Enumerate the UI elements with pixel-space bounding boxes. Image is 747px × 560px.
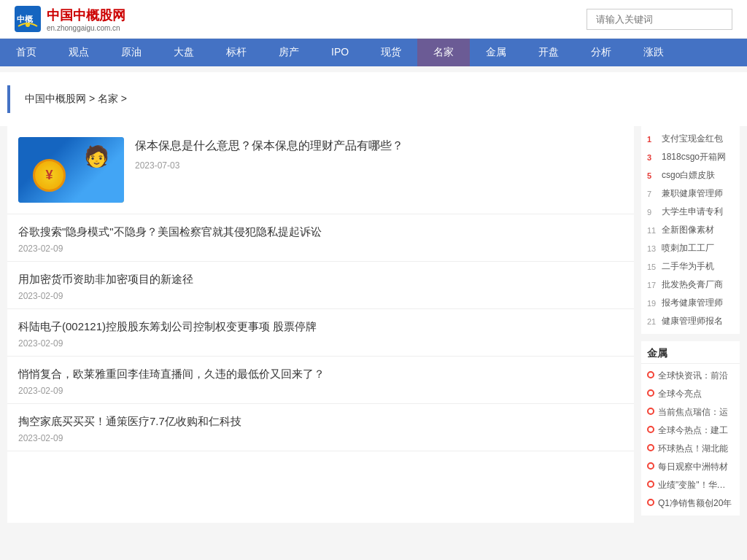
article-featured-link[interactable]: 保本保息是什么意思？保本保息的理财产品有哪些？ [135,139,403,152]
metals-title: 金属 [641,341,740,364]
rank-text: csgo白嫖皮肤 [662,169,715,182]
rank-number: 5 [647,171,662,180]
rank-item[interactable]: 15二手华为手机 [641,257,740,276]
nav-item-kaipan[interactable]: 开盘 [522,39,575,66]
article-featured-body: 保本保息是什么意思？保本保息的理财产品有哪些？ 2023-07-03 [135,137,623,171]
nav-item-guandian[interactable]: 观点 [53,39,105,66]
search-input[interactable] [587,9,732,30]
nav-item-fangchan[interactable]: 房产 [263,39,315,66]
article-item: 科陆电子(002121)控股股东筹划公司控制权变更事项 股票停牌 2023-02… [7,309,634,357]
nav-item-jinshu[interactable]: 金属 [470,39,522,66]
rank-text: 支付宝现金红包 [662,133,723,145]
sidebar-metals-section: 金属 全球快资讯：前沿全球今亮点当前焦点瑞信：运全球今热点：建工环球热点！湖北能… [641,341,740,516]
breadcrumb: 中国中概股网 > 名家 > [7,85,740,113]
article-item: 用加密货币资助非加密项目的新途径 2023-02-09 [7,262,634,309]
content-area: ¥ 🧑 保本保息是什么意思？保本保息的理财产品有哪些？ 2023-07-03 谷… [7,126,634,523]
metal-item[interactable]: 全球今亮点 [641,385,740,403]
rank-number: 17 [647,281,662,289]
sidebar: 1支付宝现金红包31818csgo开箱网5csgo白嫖皮肤7兼职健康管理师9大学… [641,126,740,523]
logo-text-area: 中国中概股网 en.zhonggaigu.com.cn [47,7,125,32]
article-date: 2023-02-09 [18,244,623,254]
rank-text: 二手华为手机 [662,260,714,273]
svg-text:中概: 中概 [17,15,34,23]
logo-url: en.zhonggaigu.com.cn [47,24,125,32]
rank-number: 7 [647,190,662,198]
metal-dot-icon [647,481,654,488]
article-title: 用加密货币资助非加密项目的新途径 [18,273,623,287]
thumb-figure-icon: 🧑 [84,144,109,168]
logo-icon: 中概 [15,6,41,32]
metal-dot-icon [647,371,654,378]
metal-text: 每日观察中洲特材 [658,461,728,473]
metal-item[interactable]: 每日观察中洲特材 [641,458,740,476]
rank-number: 19 [647,299,662,308]
metal-text: 当前焦点瑞信：运 [658,406,728,419]
rank-item[interactable]: 21健康管理师报名 [641,312,740,330]
article-title: 悄悄复合，欧莱雅重回李佳琦直播间，久违的最低价又回来了？ [18,368,623,381]
metal-item[interactable]: Q1净销售额创20年 [641,494,740,513]
nav-item-biaoqian[interactable]: 标杆 [210,39,263,66]
rank-item[interactable]: 17批发热灸膏厂商 [641,276,740,294]
metal-dot-icon [647,499,654,506]
rank-text: 喷刺加工工厂 [662,242,714,254]
rank-item[interactable]: 1支付宝现金红包 [641,130,740,148]
metal-text: 业绩"变脸"！华谊元 [658,479,734,491]
metal-item[interactable]: 全球快资讯：前沿 [641,367,740,385]
rank-item[interactable]: 5csgo白嫖皮肤 [641,166,740,184]
rank-item[interactable]: 19报考健康管理师 [641,294,740,312]
svg-point-2 [26,23,30,27]
article-date: 2023-02-09 [18,338,623,349]
article-featured-date: 2023-07-03 [135,160,623,171]
rank-number: 15 [647,262,662,271]
thumb-coin-icon: ¥ [33,159,66,192]
article-featured: ¥ 🧑 保本保息是什么意思？保本保息的理财产品有哪些？ 2023-07-03 [7,126,634,214]
metal-text: 全球今亮点 [658,388,702,400]
nav-item-dapan[interactable]: 大盘 [158,39,210,66]
article-link[interactable]: 悄悄复合，欧莱雅重回李佳琦直播间，久违的最低价又回来了？ [18,368,325,380]
rank-list: 1支付宝现金红包31818csgo开箱网5csgo白嫖皮肤7兼职健康管理师9大学… [641,126,740,334]
rank-number: 11 [647,226,662,235]
nav-item-fenxi[interactable]: 分析 [575,39,627,66]
rank-item[interactable]: 13喷刺加工工厂 [641,239,740,257]
metal-item[interactable]: 当前焦点瑞信：运 [641,403,740,421]
nav-item-zhangdie[interactable]: 涨跌 [627,39,680,66]
article-item: 掏空家底买买买！通策医疗7.7亿收购和仁科技 2023-02-09 [7,404,634,451]
rank-text: 全新图像素材 [662,224,714,236]
article-title: 谷歌搜索"隐身模式"不隐身？美国检察官就其侵犯隐私提起诉讼 [18,225,623,239]
rank-text: 批发热灸膏厂商 [662,279,723,291]
nav-item-ipo[interactable]: IPO [315,39,365,66]
metal-item[interactable]: 全球今热点：建工 [641,421,740,440]
metal-item[interactable]: 环球热点！湖北能 [641,440,740,458]
metal-dot-icon [647,408,654,415]
metal-text: 全球快资讯：前沿 [658,370,728,382]
nav-item-xianhuo[interactable]: 现货 [365,39,417,66]
article-link[interactable]: 谷歌搜索"隐身模式"不隐身？美国检察官就其侵犯隐私提起诉讼 [18,225,322,238]
rank-number: 13 [647,244,662,253]
article-link[interactable]: 用加密货币资助非加密项目的新途径 [18,273,193,285]
nav-item-home[interactable]: 首页 [0,39,53,66]
article-thumbnail: ¥ 🧑 [18,137,124,203]
article-link[interactable]: 科陆电子(002121)控股股东筹划公司控制权变更事项 股票停牌 [18,320,317,332]
metal-dot-icon [647,389,654,397]
nav-item-yuanyou[interactable]: 原油 [105,39,158,66]
main-container: ¥ 🧑 保本保息是什么意思？保本保息的理财产品有哪些？ 2023-07-03 谷… [0,126,747,523]
rank-number: 1 [647,135,662,144]
metal-item[interactable]: 业绩"变脸"！华谊元 [641,476,740,494]
rank-text: 1818csgo开箱网 [662,151,726,163]
sidebar-rank-section: 1支付宝现金红包31818csgo开箱网5csgo白嫖皮肤7兼职健康管理师9大学… [641,126,740,334]
metal-text: 环球热点！湖北能 [658,443,728,455]
nav-item-mingjia[interactable]: 名家 [417,39,470,66]
article-date: 2023-02-09 [18,386,623,396]
rank-item[interactable]: 11全新图像素材 [641,221,740,239]
rank-item[interactable]: 7兼职健康管理师 [641,184,740,203]
rank-item[interactable]: 31818csgo开箱网 [641,148,740,166]
article-date: 2023-02-09 [18,291,623,301]
article-link[interactable]: 掏空家底买买买！通策医疗7.7亿收购和仁科技 [18,415,241,427]
metal-text: 全球今热点：建工 [658,424,728,437]
rank-item[interactable]: 9大学生申请专利 [641,203,740,221]
metal-list: 全球快资讯：前沿全球今亮点当前焦点瑞信：运全球今热点：建工环球热点！湖北能每日观… [641,364,740,516]
metal-text: Q1净销售额创20年 [658,497,732,510]
header: 中概 中国中概股网 en.zhonggaigu.com.cn [0,0,747,39]
rank-number: 3 [647,153,662,162]
metal-dot-icon [647,462,654,470]
